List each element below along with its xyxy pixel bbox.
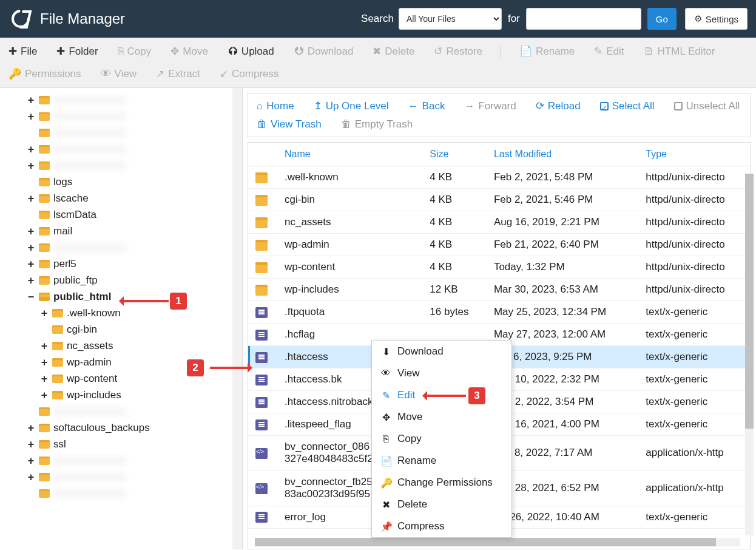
- tree-toggle[interactable]: +: [27, 439, 35, 450]
- compress-button[interactable]: ↙Compress: [218, 65, 280, 83]
- tree-toggle[interactable]: +: [27, 472, 35, 483]
- upload-button[interactable]: ⮉Upload: [226, 43, 275, 60]
- tree-toggle[interactable]: +: [40, 341, 49, 351]
- tree-item[interactable]: +cgi-bin: [0, 321, 242, 338]
- tree-toggle[interactable]: +: [27, 111, 35, 122]
- tree-item[interactable]: +.well-known: [0, 305, 242, 321]
- empty-trash-button[interactable]: 🗑Empty Trash: [341, 118, 413, 131]
- tree-toggle[interactable]: +: [27, 259, 35, 270]
- tree-toggle[interactable]: +: [40, 308, 49, 319]
- ctx-download[interactable]: ⬇Download: [372, 341, 511, 362]
- file-button[interactable]: ✚File: [7, 42, 38, 60]
- tree-toggle[interactable]: +: [27, 275, 35, 286]
- tree-item[interactable]: +softaculous_backups: [0, 419, 242, 436]
- folder-tree-sidebar[interactable]: ++++++logs+lscache+lscmData+mail++perl5+…: [0, 88, 243, 549]
- view-button[interactable]: 👁View: [100, 66, 138, 83]
- tree-item[interactable]: +: [0, 452, 242, 469]
- rename-button[interactable]: 📄Rename: [518, 42, 576, 60]
- home-button[interactable]: ⌂Home: [257, 100, 294, 112]
- table-row[interactable]: .ftpquota16 bytesMay 25, 2023, 12:34 PMt…: [248, 301, 751, 324]
- tree-toggle[interactable]: +: [27, 488, 35, 499]
- restore-button[interactable]: ↺Restore: [433, 42, 484, 60]
- ctx-move[interactable]: ✥Move: [372, 406, 511, 428]
- html-editor-button[interactable]: 🗎HTML Editor: [643, 43, 717, 60]
- tree-toggle[interactable]: +: [27, 455, 35, 466]
- tree-item[interactable]: +: [0, 485, 242, 501]
- tree-item[interactable]: +: [0, 469, 242, 485]
- copy-button[interactable]: ⎘Copy: [116, 43, 153, 60]
- col-name[interactable]: Name: [277, 143, 422, 166]
- search-input[interactable]: [526, 8, 641, 30]
- tree-item[interactable]: +perl5: [0, 256, 242, 272]
- tree-toggle[interactable]: +: [27, 193, 35, 204]
- extract-button[interactable]: ↗Extract: [155, 65, 201, 83]
- tree-item[interactable]: +logs: [0, 174, 242, 190]
- table-row[interactable]: nc_assets4 KBAug 16, 2019, 2:21 PMhttpd/…: [248, 211, 751, 234]
- up-one-level-button[interactable]: ↥Up One Level: [314, 100, 389, 112]
- folder-button[interactable]: ✚Folder: [55, 42, 99, 60]
- table-row[interactable]: wp-includes12 KBMar 30, 2023, 6:53 AMhtt…: [248, 279, 751, 301]
- tree-toggle[interactable]: +: [40, 390, 49, 401]
- tree-toggle[interactable]: −: [27, 291, 35, 302]
- reload-button[interactable]: ⟳Reload: [536, 100, 581, 112]
- move-button[interactable]: ✥Move: [169, 42, 209, 60]
- vertical-scrollbar-thumb[interactable]: [745, 174, 754, 429]
- tree-item[interactable]: +: [0, 92, 242, 108]
- tree-item[interactable]: +: [0, 403, 242, 419]
- tree-toggle[interactable]: +: [40, 357, 49, 368]
- edit-button[interactable]: ✎Edit: [593, 42, 625, 60]
- ctx-copy[interactable]: ⎘Copy: [372, 428, 511, 450]
- tree-item[interactable]: +lscache: [0, 190, 242, 206]
- tree-toggle[interactable]: +: [27, 242, 35, 253]
- col-modified[interactable]: Last Modified: [487, 143, 638, 166]
- table-row[interactable]: cgi-bin4 KBFeb 2, 2021, 5:46 PMhttpd/uni…: [248, 189, 751, 211]
- search-scope-select[interactable]: All Your Files: [399, 8, 502, 30]
- tree-toggle[interactable]: +: [27, 209, 35, 220]
- tree-toggle[interactable]: +: [27, 226, 35, 237]
- tree-toggle[interactable]: +: [40, 373, 49, 384]
- tree-toggle[interactable]: +: [40, 324, 49, 335]
- ctx-view[interactable]: 👁View: [372, 362, 511, 384]
- download-button[interactable]: ⮋Download: [292, 43, 355, 60]
- go-button[interactable]: Go: [647, 8, 677, 30]
- tree-toggle[interactable]: +: [27, 177, 35, 188]
- tree-item[interactable]: +ssl: [0, 436, 242, 452]
- horizontal-scrollbar-thumb[interactable]: [255, 538, 716, 546]
- tree-item[interactable]: +wp-content: [0, 370, 242, 387]
- unselect-all-button[interactable]: Unselect All: [674, 100, 740, 112]
- tree-item[interactable]: +wp-includes: [0, 387, 242, 403]
- col-type[interactable]: Type: [638, 143, 751, 166]
- tree-item[interactable]: +nc_assets: [0, 338, 242, 354]
- permissions-button[interactable]: 🔑Permissions: [7, 65, 83, 83]
- tree-item[interactable]: +: [0, 108, 242, 124]
- tree-toggle[interactable]: +: [27, 144, 35, 155]
- tree-item[interactable]: +lscmData: [0, 206, 242, 223]
- tree-item[interactable]: +public_ftp: [0, 272, 242, 288]
- folder-icon: [255, 195, 268, 206]
- tree-item[interactable]: +: [0, 239, 242, 256]
- ctx-rename[interactable]: 📄Rename: [372, 450, 511, 472]
- ctx-delete[interactable]: ✖Delete: [372, 494, 511, 515]
- select-all-button[interactable]: Select All: [600, 100, 655, 112]
- back-button[interactable]: ←Back: [408, 100, 445, 112]
- col-size[interactable]: Size: [422, 143, 487, 166]
- delete-button[interactable]: ✖Delete: [371, 42, 416, 60]
- tree-toggle[interactable]: +: [27, 160, 35, 171]
- tree-toggle[interactable]: +: [27, 406, 35, 417]
- forward-button[interactable]: →Forward: [464, 100, 516, 112]
- table-row[interactable]: .well-known4 KBFeb 2, 2021, 5:48 PMhttpd…: [248, 166, 751, 189]
- tree-toggle[interactable]: +: [27, 95, 35, 106]
- tree-toggle[interactable]: +: [27, 127, 35, 138]
- tree-item[interactable]: +: [0, 141, 242, 157]
- settings-button[interactable]: ⚙ Settings: [685, 8, 748, 30]
- table-row[interactable]: wp-admin4 KBFeb 21, 2022, 6:40 PMhttpd/u…: [248, 234, 751, 256]
- view-trash-button[interactable]: 🗑View Trash: [257, 118, 322, 131]
- tree-toggle[interactable]: +: [27, 423, 35, 433]
- tree-item[interactable]: +: [0, 157, 242, 174]
- ctx-compress[interactable]: 📌Compress: [372, 515, 511, 537]
- table-row[interactable]: wp-content4 KBToday, 1:32 PMhttpd/unix-d…: [248, 256, 751, 279]
- ctx-permissions[interactable]: 🔑Change Permissions: [372, 472, 511, 494]
- tree-item[interactable]: +wp-admin: [0, 354, 242, 370]
- tree-item[interactable]: +: [0, 124, 242, 141]
- tree-item[interactable]: +mail: [0, 223, 242, 239]
